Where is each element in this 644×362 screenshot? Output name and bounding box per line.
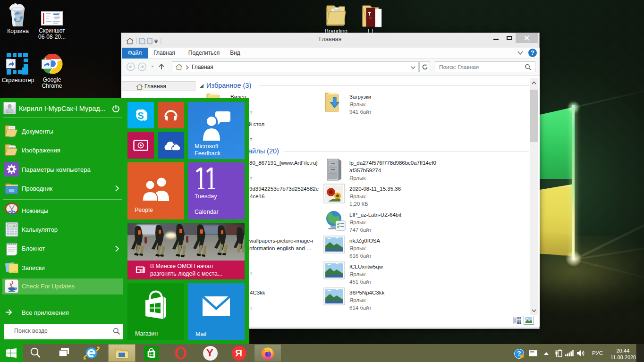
svg-text:S: S [137, 110, 144, 121]
svg-text:8: 8 [13, 224, 15, 227]
